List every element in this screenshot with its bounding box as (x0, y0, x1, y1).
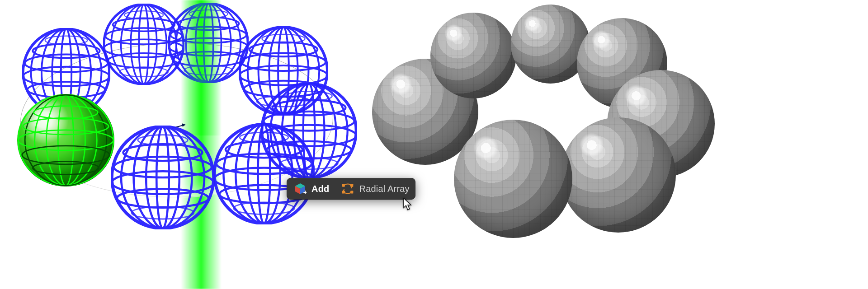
floating-toolbar: Add (287, 178, 415, 200)
radial-array-button[interactable]: Radial Array (338, 180, 412, 197)
svg-point-11 (33, 162, 99, 175)
array-instance-sphere[interactable] (213, 123, 315, 224)
array-instance-sphere[interactable] (111, 126, 215, 229)
svg-point-86 (112, 171, 213, 194)
radial-array-label: Radial Array (359, 184, 409, 194)
source-sphere[interactable] (17, 94, 114, 186)
add-menu-button[interactable]: Add (291, 180, 332, 197)
render-sphere (454, 120, 572, 238)
render-sphere (430, 13, 516, 98)
svg-point-6 (25, 95, 107, 186)
axis-beam-front (181, 0, 222, 135)
svg-point-3 (58, 95, 73, 186)
viewport-render[interactable] (353, 0, 868, 289)
svg-point-4 (47, 95, 85, 186)
svg-point-2 (18, 95, 113, 186)
render-sphere (561, 117, 676, 233)
mouse-cursor-icon (403, 198, 413, 211)
svg-rect-96 (342, 191, 345, 193)
svg-marker-98 (404, 198, 411, 210)
add-menu-label: Add (311, 184, 329, 194)
split-viewport: Add (0, 0, 868, 289)
radial-array-icon (341, 182, 354, 196)
svg-point-9 (18, 130, 113, 150)
selection-wire-icon (17, 94, 114, 186)
viewport-edit[interactable] (0, 0, 353, 289)
svg-point-87 (117, 189, 208, 207)
svg-rect-97 (351, 191, 354, 193)
svg-point-5 (35, 95, 97, 186)
add-primitive-cube-icon (293, 182, 307, 196)
svg-rect-95 (351, 184, 354, 186)
svg-point-7 (34, 106, 98, 119)
svg-point-20 (23, 67, 109, 86)
svg-rect-94 (342, 184, 345, 186)
